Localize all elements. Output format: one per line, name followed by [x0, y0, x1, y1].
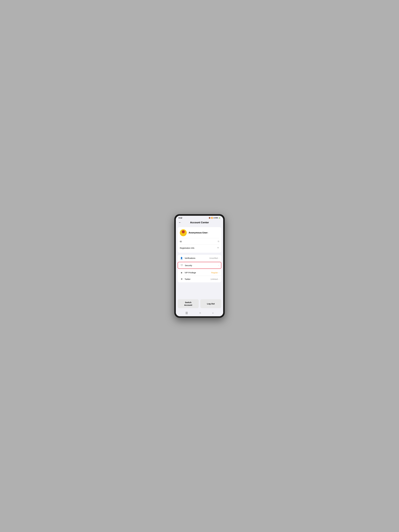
twitter-chevron: ›: [219, 278, 219, 280]
back-nav-button[interactable]: ‹: [213, 311, 214, 314]
battery-icon: 🔋: [219, 217, 221, 219]
status-bar: 4:12 🔕 📶 ⊘ 95% 🔋: [176, 216, 223, 219]
twitter-label: Twitter: [185, 278, 210, 280]
profile-card: Anonymous-User- ID ⧉ Registration Info 👁: [178, 227, 221, 253]
twitter-icon: ✕: [180, 278, 183, 280]
security-chevron: ›: [218, 264, 219, 266]
avatar-head: [182, 230, 185, 233]
id-row[interactable]: ID ⧉: [180, 239, 219, 244]
status-icons: 🔕 📶 ⊘ 95% 🔋: [209, 217, 221, 219]
security-label: Security: [185, 264, 218, 266]
wifi-icon: 📶: [211, 217, 213, 219]
phone-device: 4:12 🔕 📶 ⊘ 95% 🔋 ← Account Center: [174, 214, 225, 318]
id-label: ID: [180, 240, 182, 243]
twitter-item[interactable]: ✕ Twitter Unlinked ›: [178, 276, 221, 282]
status-time: 4:12: [178, 217, 182, 219]
phone-screen: 4:12 🔕 📶 ⊘ 95% 🔋 ← Account Center: [176, 216, 223, 316]
mute-icon: 🔕: [209, 217, 210, 219]
avatar: [180, 229, 187, 236]
bottom-buttons: SwitchAccount Log Out: [176, 298, 223, 310]
registration-label: Registration Info: [180, 247, 194, 249]
security-item[interactable]: 🛡 Security ›: [178, 262, 221, 269]
verifications-label: Verifications: [185, 257, 209, 259]
vip-value: Regular: [211, 272, 218, 274]
battery-label: 95%: [215, 217, 218, 219]
vip-label: VIP Privilege: [185, 272, 211, 274]
recent-apps-button[interactable]: |||: [186, 311, 188, 314]
eye-icon[interactable]: 👁: [217, 247, 219, 249]
page-title: Account Center: [183, 221, 216, 224]
menu-section: 👤 Verifications Unverified › 🛡 Security …: [178, 255, 221, 282]
back-button[interactable]: ←: [178, 221, 181, 224]
security-highlight-border: 🛡 Security ›: [178, 262, 221, 269]
twitter-value: Unlinked: [210, 278, 218, 280]
shield-icon: 🛡: [180, 264, 184, 266]
copy-icon[interactable]: ⧉: [218, 240, 219, 243]
divider-2: [180, 245, 219, 245]
nav-bar: ||| ○ ‹: [176, 310, 223, 316]
verifications-item[interactable]: 👤 Verifications Unverified ›: [178, 255, 221, 261]
avatar-body: [181, 234, 185, 236]
home-button[interactable]: ○: [199, 311, 201, 314]
vip-icon: ◈: [180, 271, 183, 274]
header: ← Account Center: [176, 219, 223, 226]
logout-button[interactable]: Log Out: [200, 299, 221, 308]
registration-row[interactable]: Registration Info 👁: [180, 245, 219, 251]
vip-item[interactable]: ◈ VIP Privilege Regular ›: [178, 269, 221, 276]
profile-row: Anonymous-User-: [180, 229, 219, 236]
content-area: Anonymous-User- ID ⧉ Registration Info 👁…: [176, 226, 223, 298]
person-icon: 👤: [180, 257, 183, 259]
vip-chevron: ›: [219, 272, 219, 274]
switch-account-button[interactable]: SwitchAccount: [178, 299, 199, 308]
dnd-icon: ⊘: [214, 217, 215, 219]
verifications-value: Unverified: [209, 257, 218, 259]
username-label: Anonymous-User-: [189, 231, 208, 234]
verifications-chevron: ›: [219, 257, 219, 259]
